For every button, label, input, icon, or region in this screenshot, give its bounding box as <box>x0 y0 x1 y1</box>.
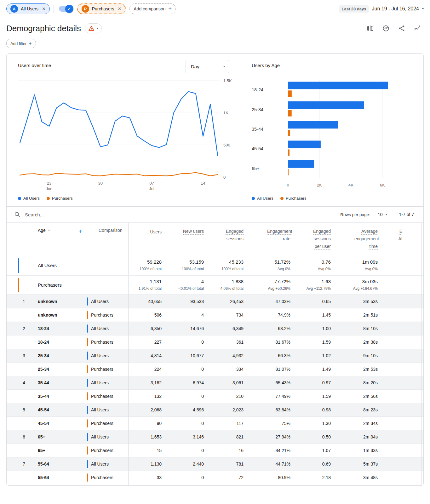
metric-cell: 117 <box>205 421 245 426</box>
metric-cell: 2m 56s <box>332 394 379 399</box>
metric-cell: 0 <box>163 421 205 426</box>
svg-text:65+: 65+ <box>252 166 260 171</box>
chevron-down-icon: ▾ <box>385 213 387 216</box>
comparison-cell: All Users <box>32 259 128 268</box>
svg-text:1K: 1K <box>223 111 228 115</box>
metric-cell: 1.63Avg +112.79% <box>292 279 332 291</box>
svg-text:35-44: 35-44 <box>252 127 263 132</box>
add-filter-button[interactable]: Add filter + <box>6 39 36 48</box>
data-quality-badge[interactable]: ▾ <box>85 23 102 33</box>
column-header-engagement-rate[interactable]: Engagement rate <box>245 228 292 243</box>
row-number-cell: 7 <box>16 461 32 467</box>
column-header-engaged-sessions[interactable]: Engaged sessions <box>205 228 245 243</box>
age-cell: unknown <box>32 299 78 304</box>
metric-cell: 8m 20s <box>332 380 379 385</box>
metric-cell: 334 <box>205 367 245 372</box>
comparison-color-bar <box>87 352 88 360</box>
metric-cell: 6,974 <box>163 380 205 385</box>
column-header-engaged-sessions-per-user[interactable]: Engaged sessions per user <box>292 228 332 250</box>
filter-row: Add filter + <box>6 39 424 48</box>
metric-cell: 2.18 <box>292 475 332 480</box>
metric-cell: 77.49% <box>245 394 292 399</box>
title-row: Demographic details ▾ <box>6 22 424 35</box>
magic-insights-icon[interactable] <box>414 25 421 32</box>
table-row: 325-34All Users4,81410,6774,93266.3%1.02… <box>7 349 423 362</box>
chevron-down-icon: ▾ <box>97 27 98 30</box>
age-cell: 45-54 <box>32 421 78 426</box>
all-users-legend-dot <box>18 197 21 200</box>
table-row: 1unknownAll Users40,65593,53326,45347.03… <box>7 295 423 308</box>
date-preset-badge: Last 28 days <box>339 5 369 13</box>
comparison-cell: Purchasers <box>78 311 128 319</box>
granularity-select[interactable]: Day ▾ <box>186 60 229 73</box>
comparison-color-bar <box>87 406 88 414</box>
comparison-cell: All Users <box>78 460 128 468</box>
row-number-cell: 3 <box>16 353 32 358</box>
comparison-color-bar <box>87 433 88 441</box>
column-header-new-users[interactable]: New users <box>163 228 205 235</box>
svg-text:0: 0 <box>223 175 226 180</box>
metric-cell: 3m 03sAvg +164.67% <box>332 279 379 291</box>
metric-cell: 1.59 <box>292 394 332 399</box>
metric-cell: 3m 48s <box>332 475 379 480</box>
add-comparison-label: Add comparison <box>134 6 165 11</box>
metric-cell: 1,8384.06% of total <box>205 279 245 291</box>
line-chart: 1.5K1K500023Jun3007Jul14 <box>18 77 235 191</box>
metric-cell: 9m 10s <box>332 353 379 358</box>
metric-cell: 0.76Avg 0% <box>292 259 332 271</box>
add-comparison-button[interactable]: Add comparison + <box>129 3 176 14</box>
row-number-cell: 2 <box>16 326 32 331</box>
chevron-down-icon: ▾ <box>422 7 424 10</box>
comparison-cell: All Users <box>78 324 128 333</box>
table-row: 65+Purchasers1501684.21%1.071m 33s <box>7 444 423 457</box>
row-number-cell: 1 <box>16 299 32 304</box>
comparison-cell: Purchasers <box>32 279 128 288</box>
svg-text:30: 30 <box>98 181 103 186</box>
toggle-check-icon: ✓ <box>65 5 73 13</box>
metric-cell: 1.49 <box>292 367 332 372</box>
table-row: unknownPurchasers506473474.9%1.452m 51s <box>7 308 423 322</box>
close-icon[interactable]: ✕ <box>117 6 122 11</box>
metric-cell: 0 <box>163 394 205 399</box>
insights-icon[interactable] <box>382 25 390 32</box>
table-row: 218-24All Users6,35014,6766,34963.2%1.00… <box>7 322 423 335</box>
metric-cell: 33 <box>128 475 163 480</box>
metric-cell: 734 <box>205 312 245 318</box>
metric-cell: 45,233100% of total <box>205 259 245 271</box>
metric-cell: 5m 37s <box>332 461 379 467</box>
column-header-age[interactable]: Age ▾ <box>32 228 78 233</box>
close-icon[interactable]: ✕ <box>41 6 46 11</box>
column-header-average-engagement-time[interactable]: Average engagement time <box>332 228 379 250</box>
comparison-color-bar <box>87 365 88 373</box>
metric-cell: 0.65 <box>292 299 332 304</box>
metric-cell: 2m 53s <box>332 367 379 372</box>
metric-cell: 2,023 <box>205 407 245 412</box>
share-icon[interactable] <box>398 25 405 32</box>
age-cell: 18-24 <box>32 326 78 331</box>
metric-cell: 1.07 <box>292 448 332 453</box>
comparison-chip-all-users[interactable]: A All Users ✕ <box>6 3 50 14</box>
comparison-editor-icon[interactable] <box>366 25 374 32</box>
metric-cell: 1,653 <box>128 434 163 439</box>
metric-cell: 75% <box>245 421 292 426</box>
metric-cell: 93,533 <box>163 299 205 304</box>
comparison-chip-purchasers[interactable]: P Purchasers ✕ <box>77 3 126 14</box>
table-row: 35-44Purchasers132021077.49%1.592m 56s <box>7 389 423 403</box>
svg-text:2K: 2K <box>317 183 322 187</box>
metric-cell: 1.00 <box>292 326 332 331</box>
search-input[interactable] <box>24 212 126 218</box>
age-cell: unknown <box>32 312 78 318</box>
comparison-toggle[interactable]: ✓ <box>59 6 72 12</box>
chart-title: Users over time <box>18 60 51 68</box>
date-range-text: Jun 19 - Jul 16, 2024 <box>372 6 419 12</box>
granularity-value: Day <box>191 64 199 69</box>
column-header-users[interactable]: ↓Users <box>128 228 163 236</box>
date-range-selector[interactable]: Last 28 days Jun 19 - Jul 16, 2024 ▾ <box>339 5 424 13</box>
comparison-cell: Purchasers <box>78 446 128 455</box>
add-dimension-button[interactable]: + <box>78 228 87 235</box>
metric-cell: 26,453 <box>205 299 245 304</box>
metric-cell: 59,228100% of total <box>128 259 163 271</box>
comparison-color-bar <box>87 419 88 427</box>
age-cell: 25-34 <box>32 367 78 372</box>
rows-per-page-select[interactable]: 10 ▾ <box>378 212 387 217</box>
